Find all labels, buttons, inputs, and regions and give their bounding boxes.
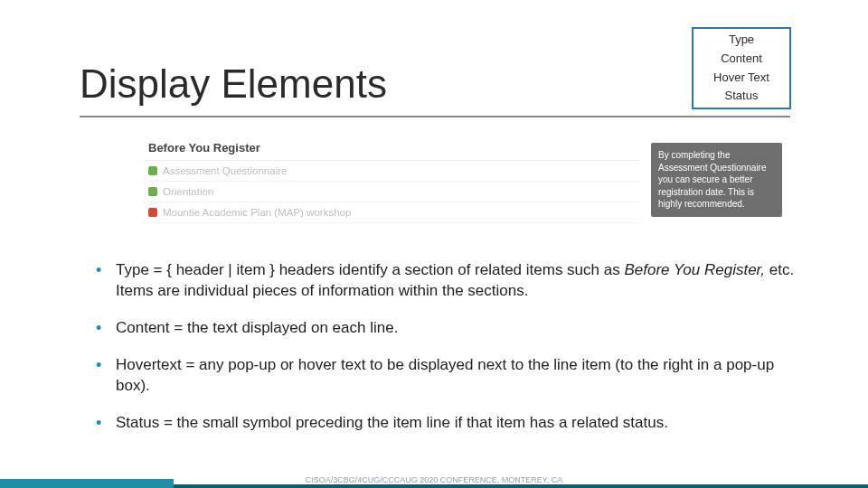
example-header: Before You Register (143, 136, 640, 161)
bullet-item: Content = the text displayed on each lin… (90, 318, 805, 339)
bullet-list: Type = { header | item } headers identif… (90, 260, 805, 450)
slide-title: Display Elements (80, 61, 387, 107)
example-row-label: Orientation (163, 186, 213, 197)
example-row: Mountie Academic Plan (MAP) workshop (143, 202, 640, 223)
bullet-item: Hovertext = any pop-up or hover text to … (90, 355, 805, 397)
box-line-content: Content (693, 50, 789, 69)
footer-text: CISOA/3CBG/4CUG/CCCAUG 2020 CONFERENCE, … (0, 475, 868, 484)
box-line-type: Type (693, 31, 789, 50)
bullet-item: Type = { header | item } headers identif… (90, 260, 805, 302)
title-underline (80, 116, 790, 117)
example-row-label: Mountie Academic Plan (MAP) workshop (163, 207, 351, 218)
hover-popup: By completing the Assessment Questionnai… (651, 143, 782, 217)
example-row: Orientation (143, 182, 640, 202)
box-line-status: Status (693, 87, 789, 106)
check-icon (148, 166, 157, 175)
example-row: Assessment Questionnaire (143, 161, 640, 182)
x-icon (148, 208, 157, 217)
box-line-hover: Hover Text (693, 69, 789, 88)
check-icon (148, 187, 157, 196)
bullet-item: Status = the small symbol preceding the … (90, 413, 805, 434)
attribute-box: Type Content Hover Text Status (692, 27, 791, 109)
example-row-label: Assessment Questionnaire (163, 165, 287, 176)
example-panel: Before You Register Assessment Questionn… (143, 136, 640, 223)
